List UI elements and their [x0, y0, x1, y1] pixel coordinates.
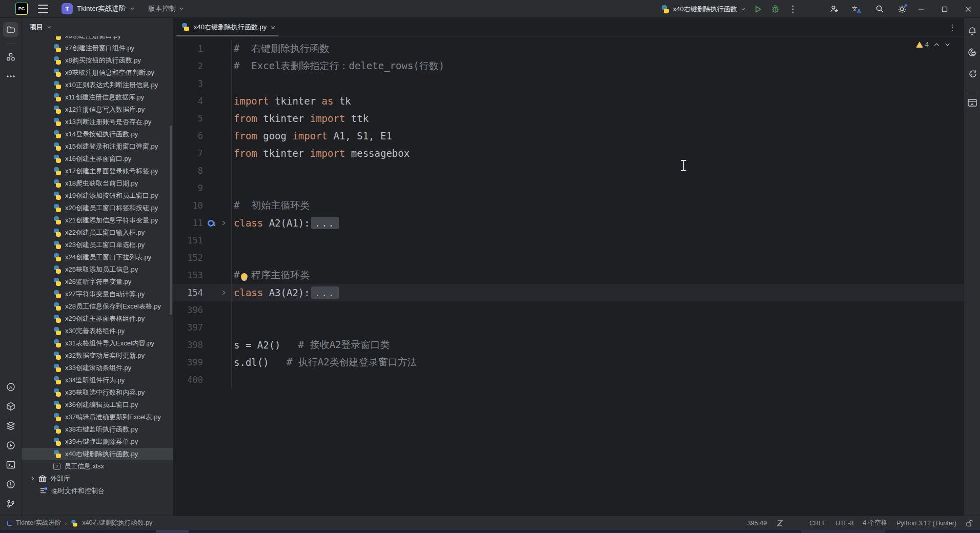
more-tool-windows-icon[interactable]	[3, 69, 18, 84]
tree-item[interactable]: x11创建注册信息数据库.py	[22, 91, 173, 104]
gutter[interactable]: 4	[173, 92, 232, 110]
tree-item[interactable]: x23创建员工窗口单选框.py	[22, 239, 173, 251]
folded-region[interactable]: ...	[311, 217, 339, 229]
code-text[interactable]: # 初始主循环类	[232, 199, 310, 212]
tree-item[interactable]: x17创建主界面登录账号标签.py	[22, 165, 173, 177]
caret-position[interactable]: 395:49	[747, 520, 767, 527]
tree-item[interactable]: x28员工信息保存到Excel表格.py	[22, 300, 173, 313]
gutter[interactable]: 6	[173, 127, 232, 145]
run-configuration-selector[interactable]: x40右键删除执行函数	[661, 5, 746, 14]
tab-options-icon[interactable]: ⋮	[948, 23, 956, 32]
line-number[interactable]: 397	[173, 322, 203, 333]
tree-item[interactable]: x16创建主界面窗口.py	[22, 153, 173, 165]
line-number[interactable]: 4	[173, 96, 203, 106]
code-line[interactable]: 400	[173, 371, 964, 388]
tree-item[interactable]: x7创建注册窗口组件.py	[22, 42, 173, 54]
code-line[interactable]: 398s = A2() # 接收A2登录窗口类	[173, 336, 964, 354]
line-number[interactable]: 6	[173, 131, 203, 141]
tree-item[interactable]: x21创建添加信息字符串变量.py	[22, 214, 173, 227]
tree-item[interactable]: x30完善表格组件.py	[22, 325, 173, 337]
line-number[interactable]: 1	[173, 44, 203, 54]
minimize-button[interactable]	[909, 0, 933, 18]
tree-item[interactable]: x37编辑后准确更新到Excel表.py	[22, 411, 173, 423]
gradle-icon[interactable]	[966, 67, 979, 80]
tree-item[interactable]: x40右键删除执行函数.py	[22, 448, 173, 460]
code-line[interactable]: 5from tkinter import ttk	[173, 110, 964, 127]
interpreter-widget[interactable]: Python 3.12 (Tkinter)	[896, 520, 956, 527]
terminal-icon[interactable]	[3, 457, 18, 473]
gutter[interactable]: 154	[173, 284, 232, 301]
tab-close-icon[interactable]: ×	[271, 24, 275, 31]
folded-region[interactable]: ...	[311, 286, 339, 299]
line-number[interactable]: 151	[173, 235, 203, 245]
code-line[interactable]: 8	[173, 162, 964, 179]
gutter[interactable]: 9	[173, 179, 232, 197]
search-everywhere-icon[interactable]	[874, 4, 885, 14]
code-line[interactable]: 3	[173, 75, 964, 92]
gutter[interactable]: 5	[173, 110, 232, 127]
gutter[interactable]: 7	[173, 145, 232, 162]
debug-button[interactable]	[770, 4, 781, 14]
tree-item[interactable]: ?员工信息.xlsx	[22, 460, 173, 473]
tree-item[interactable]: x29创建主界面表格组件.py	[22, 313, 173, 325]
gutter[interactable]: 151	[173, 232, 232, 249]
code-line[interactable]: 1# 右键删除执行函数	[173, 40, 964, 57]
tree-item[interactable]: x25获取添加员工信息.py	[22, 263, 173, 276]
translation-card-icon[interactable]: A	[966, 96, 979, 110]
gutter[interactable]: 1	[173, 40, 232, 57]
line-ending-widget[interactable]: CRLF	[809, 520, 826, 527]
tree-item[interactable]: x20创建员工窗口标签和按钮.py	[22, 202, 173, 214]
fold-arrow-icon[interactable]	[218, 290, 229, 296]
gutter[interactable]: 398	[173, 336, 232, 354]
more-actions-icon[interactable]	[788, 4, 798, 14]
line-number[interactable]: 10	[173, 200, 203, 211]
gutter[interactable]: 396	[173, 301, 232, 319]
code-line[interactable]: 11class A2(A1):...	[173, 214, 964, 232]
line-number[interactable]: 396	[173, 305, 203, 315]
code-text[interactable]: # Excel表删除指定行：delete_rows(行数)	[232, 59, 444, 73]
project-widget[interactable]: T Tkinter实战进阶	[58, 2, 138, 16]
code-line[interactable]: 397	[173, 319, 964, 336]
indent-widget[interactable]: 4 个空格	[863, 519, 887, 527]
tree-item[interactable]: x35获取选中行数和内容.py	[22, 386, 173, 399]
run-button[interactable]	[753, 4, 763, 14]
main-menu-icon[interactable]	[38, 5, 48, 13]
gutter[interactable]: 400	[173, 371, 232, 388]
gutter[interactable]: 8	[173, 162, 232, 179]
tree-item[interactable]: x36创建编辑员工窗口.py	[22, 399, 173, 411]
code-text[interactable]: from tkinter import ttk	[232, 113, 369, 124]
tree-item[interactable]: 临时文件和控制台	[22, 485, 173, 497]
tree-item[interactable]: x22创建员工窗口输入框.py	[22, 227, 173, 239]
highlighting-level-icon[interactable]	[776, 520, 784, 527]
code-line[interactable]: 154class A3(A2):...	[173, 284, 964, 301]
next-problem-icon[interactable]	[945, 43, 950, 47]
code-text[interactable]: # 程序主循环类	[232, 269, 310, 282]
tree-item[interactable]: x9获取注册信息和空值判断.py	[22, 67, 173, 79]
line-number[interactable]: 152	[173, 253, 203, 263]
tree-item[interactable]: x31表格组件导入Excel内容.py	[22, 337, 173, 350]
code-line[interactable]: 399s.dl() # 执行A2类创建登录窗口方法	[173, 354, 964, 371]
tree-item[interactable]: x32数据变动后实时更新.py	[22, 350, 173, 362]
code-line[interactable]: 6from goog import A1, S1, E1	[173, 127, 964, 145]
gutter[interactable]: 10	[173, 197, 232, 214]
code-line[interactable]: 153# 程序主循环类	[173, 266, 964, 284]
python-packages-icon[interactable]	[3, 399, 18, 414]
project-folder-icon[interactable]	[3, 22, 18, 37]
tree-item[interactable]: x24创建员工窗口下拉列表.py	[22, 251, 173, 263]
code-text[interactable]: s.dl() # 执行A2类创建登录窗口方法	[232, 356, 417, 369]
gutter[interactable]: 397	[173, 319, 232, 336]
gutter[interactable]: 153	[173, 266, 232, 284]
tree-item[interactable]: x26监听字符串变量.py	[22, 276, 173, 288]
tree-item[interactable]: x39右键弹出删除菜单.py	[22, 436, 173, 448]
code-line[interactable]: 2# Excel表删除指定行：delete_rows(行数)	[173, 57, 964, 75]
tree-item[interactable]: x8购买按钮的执行函数.py	[22, 54, 173, 67]
structure-icon[interactable]	[3, 49, 18, 65]
overridden-marker-icon[interactable]	[208, 220, 214, 227]
code-with-me-icon[interactable]	[829, 4, 840, 14]
tree-item[interactable]: x12注册信息写入数据库.py	[22, 104, 173, 116]
breadcrumb-project[interactable]: Tkinter实战进阶	[16, 519, 61, 527]
gutter[interactable]: 2	[173, 57, 232, 75]
line-number[interactable]: 2	[173, 61, 203, 71]
warnings-badge[interactable]: 4	[916, 40, 929, 48]
maximize-button[interactable]	[933, 0, 956, 18]
